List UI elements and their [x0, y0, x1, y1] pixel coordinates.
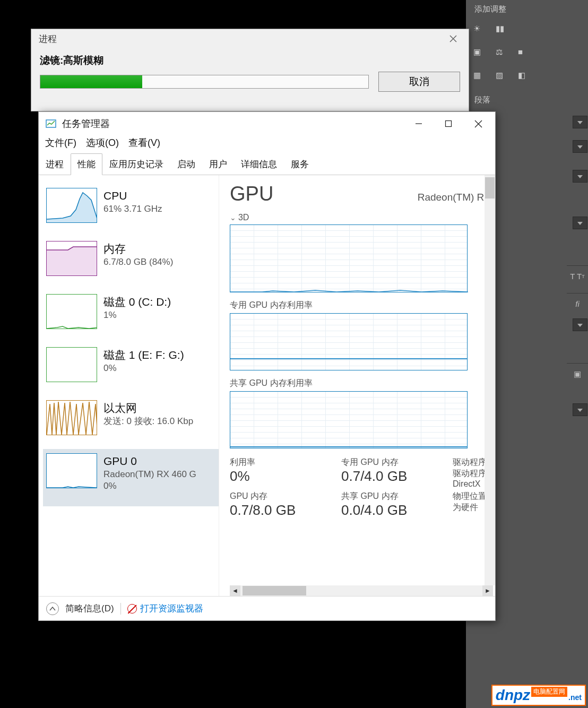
chevron-up-icon[interactable] — [46, 602, 59, 615]
progress-bar — [40, 75, 369, 89]
tab-details[interactable]: 详细信息 — [234, 153, 284, 175]
memory-sub: 6.7/8.0 GB (84%) — [103, 256, 215, 268]
square-icon[interactable]: ■ — [518, 47, 531, 60]
cpu-sub: 61% 3.71 GHz — [103, 203, 215, 215]
chart-shared-label: 共享 GPU 内存利用率 — [230, 378, 495, 389]
util-label: 利用率 — [230, 457, 336, 468]
chart-dedicated-memory — [230, 313, 468, 370]
horizontal-scrollbar[interactable]: ◄ ► — [230, 585, 493, 596]
watermark-net: .net — [568, 693, 582, 702]
dedicated-mem-line — [230, 358, 467, 359]
ps-path-icon[interactable]: ▣ — [567, 363, 588, 384]
minimize-button[interactable] — [404, 113, 434, 134]
invert-icon[interactable]: ▦ — [473, 71, 486, 83]
ps-section-paragraph[interactable]: 段落 — [466, 91, 588, 109]
balance-icon[interactable]: ⚖ — [496, 47, 508, 60]
sidebar-item-disk0[interactable]: 磁盘 0 (C: D:) 1% — [43, 290, 219, 343]
progress-dialog: 进程 滤镜:高斯模糊 取消 — [31, 29, 469, 111]
sidebar-item-memory[interactable]: 内存 6.7/8.0 GB (84%) — [43, 237, 219, 290]
chart-3d-label[interactable]: ⌄ 3D — [230, 213, 495, 222]
brightness-icon[interactable]: ☀ — [473, 24, 486, 37]
vertical-scrollbar[interactable] — [485, 175, 495, 585]
dedicated-label: 专用 GPU 内存 — [341, 457, 447, 468]
progress-fill — [40, 75, 142, 88]
ps-dropdown-4[interactable] — [573, 217, 587, 229]
close-button[interactable] — [463, 113, 493, 134]
ps-adjustments-title: 添加调整 — [466, 0, 588, 19]
open-resource-monitor-link[interactable]: 打开资源监视器 — [127, 602, 203, 615]
ps-dropdown-5[interactable] — [573, 318, 587, 331]
gpu0-device: Radeon(TM) RX 460 G — [103, 469, 215, 480]
tab-services[interactable]: 服务 — [284, 153, 316, 175]
disk0-thumb-graph — [46, 294, 97, 329]
scroll-left-icon[interactable]: ◄ — [230, 585, 240, 596]
chart-shared-memory — [230, 391, 468, 448]
tm-menubar: 文件(F) 选项(O) 查看(V) — [39, 135, 495, 153]
sidebar-item-cpu[interactable]: CPU 61% 3.71 GHz — [43, 184, 219, 237]
watermark-tag: 电脑配置网 — [531, 687, 567, 697]
close-icon[interactable] — [445, 33, 461, 44]
task-manager-icon — [45, 118, 57, 129]
footer-divider — [120, 603, 121, 615]
vscroll-thumb[interactable] — [485, 177, 495, 198]
tab-performance[interactable]: 性能 — [71, 153, 102, 175]
memory-thumb-graph — [46, 241, 97, 276]
ethernet-label: 以太网 — [103, 400, 215, 416]
gpu0-label: GPU 0 — [103, 453, 215, 469]
hscroll-thumb[interactable] — [243, 586, 306, 595]
menu-options[interactable]: 选项(O) — [86, 136, 119, 149]
gpumem-value: 0.7/8.0 GB — [230, 502, 336, 519]
ps-icon-row-3: ▦ ▨ ◧ — [466, 65, 588, 89]
tab-processes[interactable]: 进程 — [39, 153, 71, 175]
menu-file[interactable]: 文件(F) — [45, 136, 76, 149]
sidebar-item-disk1[interactable]: 磁盘 1 (E: F: G:) 0% — [43, 343, 219, 396]
gpumem-label: GPU 内存 — [230, 491, 336, 502]
shared-label: 共享 GPU 内存 — [341, 491, 447, 502]
sidebar-item-ethernet[interactable]: 以太网 发送: 0 接收: 16.0 Kbp — [43, 396, 219, 449]
ps-dropdown-3[interactable] — [573, 170, 587, 183]
tab-users[interactable]: 用户 — [202, 153, 234, 175]
filter-icon[interactable]: ▣ — [473, 47, 486, 60]
cancel-button[interactable]: 取消 — [378, 72, 460, 92]
fewer-details-link[interactable]: 简略信息(D) — [65, 602, 114, 615]
gpu-stats: 利用率 0% 专用 GPU 内存 0.7/4.0 GB 驱动程序 驱动程序 Di… — [230, 457, 495, 519]
tab-app-history[interactable]: 应用历史记录 — [102, 153, 170, 175]
prohibit-icon — [127, 604, 137, 614]
dedicated-value: 0.7/4.0 GB — [341, 468, 447, 485]
disk1-thumb-graph — [46, 347, 97, 382]
tm-title: 任务管理器 — [62, 117, 404, 130]
ps-icon-row-2: ▣ ⚖ ■ — [466, 42, 588, 65]
shared-mem-line — [230, 446, 467, 447]
performance-main: GPU Radeon(TM) RX ⌄ 3D 专用 GPU 内存利用率 共享 G… — [219, 175, 495, 596]
ps-type-tool-icon[interactable]: T TT — [567, 265, 588, 287]
sidebar-item-gpu0[interactable]: GPU 0 Radeon(TM) RX 460 G 0% — [43, 449, 219, 506]
watermark: dnpz电脑配置网.net — [491, 685, 586, 706]
posterize-icon[interactable]: ▨ — [496, 71, 508, 83]
progress-title: 进程 — [39, 33, 57, 45]
ps-dropdown-2[interactable] — [573, 140, 587, 153]
progress-filter-label: 滤镜:高斯模糊 — [31, 48, 469, 72]
menu-view[interactable]: 查看(V) — [128, 136, 160, 149]
levels-icon[interactable]: ▮▮ — [496, 24, 508, 37]
tm-footer: 简略信息(D) 打开资源监视器 — [39, 596, 495, 620]
chart-3d — [230, 225, 468, 292]
maximize-button[interactable] — [434, 113, 463, 134]
progress-titlebar[interactable]: 进程 — [31, 29, 469, 48]
gpu0-usage: 0% — [103, 480, 215, 492]
disk1-label: 磁盘 1 (E: F: G:) — [103, 347, 215, 362]
tm-titlebar[interactable]: 任务管理器 — [39, 112, 495, 135]
ethernet-thumb-graph — [46, 400, 97, 435]
ps-icon-row-1: ☀ ▮▮ — [466, 19, 588, 42]
scroll-right-icon[interactable]: ► — [482, 585, 493, 596]
ps-italic-tool-icon[interactable]: fi — [567, 293, 588, 314]
ps-dropdown-6[interactable] — [573, 403, 587, 416]
memory-label: 内存 — [103, 241, 215, 256]
gpu-title: GPU — [230, 183, 273, 205]
disk0-label: 磁盘 0 (C: D:) — [103, 294, 215, 309]
tab-startup[interactable]: 启动 — [170, 153, 202, 175]
util-value: 0% — [230, 468, 336, 485]
threshold-icon[interactable]: ◧ — [518, 71, 531, 83]
ps-dropdown-1[interactable] — [573, 116, 587, 128]
cpu-thumb-graph — [46, 188, 97, 223]
gpu-device-name: Radeon(TM) RX — [418, 192, 491, 203]
